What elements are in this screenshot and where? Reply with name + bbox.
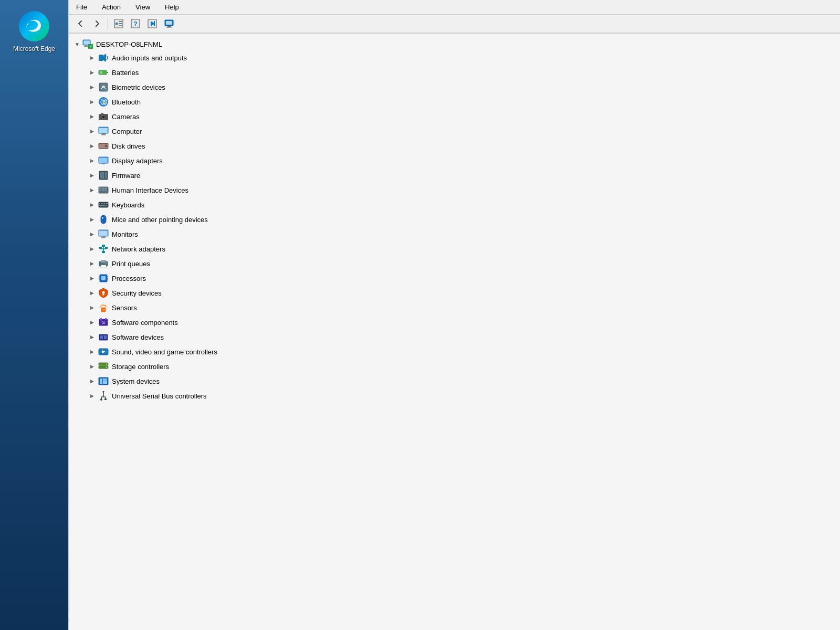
svg-point-104 (106, 363, 107, 364)
desktop-sidebar: Microsoft Edge (0, 0, 68, 630)
tree-item-arrow[interactable]: ▶ (88, 68, 96, 77)
tree-item-arrow[interactable]: ▶ (88, 127, 96, 135)
svg-rect-69 (101, 237, 106, 238)
tree-item[interactable]: ▶SSoftware components (69, 315, 840, 330)
svg-point-0 (19, 11, 49, 41)
properties-button[interactable] (111, 17, 126, 30)
tree-item-arrow[interactable]: ▶ (88, 186, 96, 194)
forward-button[interactable] (90, 17, 104, 30)
tree-item-arrow[interactable]: ▶ (88, 377, 96, 385)
svg-text:Ⓑ: Ⓑ (100, 98, 108, 106)
svg-text:?: ? (133, 20, 137, 28)
tree-item[interactable]: ▶Sound, video and game controllers (69, 344, 840, 359)
tree-item-arrow[interactable]: ▶ (88, 171, 96, 180)
svg-rect-50 (104, 187, 107, 189)
tree-item-icon (98, 288, 109, 298)
tree-item-arrow[interactable]: ▶ (88, 303, 96, 312)
tree-item-icon (98, 244, 109, 254)
tree-item-label: Keyboards (112, 201, 144, 209)
menu-action[interactable]: Action (99, 2, 124, 12)
tree-item[interactable]: ▶Display adapters (69, 153, 840, 168)
computer-view-button[interactable] (162, 17, 176, 30)
tree-item[interactable]: ▶System devices (69, 374, 840, 388)
tree-item[interactable]: ▶Computer (69, 124, 840, 139)
tree-item[interactable]: ▶Print queues (69, 256, 840, 271)
tree-items-container: ▶Audio inputs and outputs▶Batteries▶Biom… (69, 50, 840, 403)
svg-rect-98 (100, 335, 103, 339)
tree-item-arrow[interactable]: ▶ (88, 348, 96, 356)
tree-item-arrow[interactable]: ▶ (88, 142, 96, 150)
tree-item-label: Sensors (112, 304, 137, 312)
tree-item-arrow[interactable]: ▶ (88, 215, 96, 224)
tree-item[interactable]: ▶Processors (69, 271, 840, 286)
tree-item[interactable]: ▶ⒷBluetooth (69, 94, 840, 109)
svg-rect-35 (102, 133, 105, 134)
tree-item[interactable]: ▶Universal Serial Bus controllers (69, 388, 840, 403)
svg-rect-60 (99, 205, 101, 206)
tree-item[interactable]: ▶Keyboards (69, 197, 840, 212)
svg-rect-25 (100, 71, 102, 74)
tree-item-arrow[interactable]: ▶ (88, 230, 96, 238)
svg-rect-21 (99, 55, 103, 61)
tree-item-arrow[interactable]: ▶ (88, 318, 96, 327)
tree-item-label: Human Interface Devices (112, 186, 188, 194)
svg-rect-68 (102, 236, 104, 237)
svg-rect-55 (99, 203, 100, 204)
content-area[interactable]: ▼ ✓ DESKTOP-O8LFNML ▶Audio inputs and ou… (69, 34, 840, 630)
svg-point-39 (105, 145, 107, 147)
svg-rect-44 (100, 172, 102, 178)
tree-item[interactable]: ▶Firmware (69, 168, 840, 183)
svg-rect-59 (106, 203, 108, 204)
tree-item-arrow[interactable]: ▶ (88, 392, 96, 400)
tree-item[interactable]: ▶Monitors (69, 227, 840, 242)
tree-item-arrow[interactable]: ▶ (88, 245, 96, 253)
tree-item-arrow[interactable]: ▶ (88, 201, 96, 209)
svg-rect-83 (101, 276, 106, 280)
tree-item[interactable]: ▶Audio inputs and outputs (69, 50, 840, 65)
tree-item[interactable]: ▶Cameras (69, 109, 840, 124)
tree-item-arrow[interactable]: ▶ (88, 156, 96, 165)
svg-rect-57 (102, 203, 103, 204)
tree-item-label: Network adapters (112, 245, 165, 253)
tree-item-icon (98, 391, 109, 401)
edge-desktop-icon[interactable]: Microsoft Edge (13, 10, 55, 52)
tree-item-arrow[interactable]: ▶ (88, 259, 96, 268)
tree-item[interactable]: ▶Human Interface Devices (69, 183, 840, 197)
svg-point-31 (102, 116, 105, 119)
tree-item-label: Firmware (112, 172, 140, 180)
tree-item-label: Batteries (112, 69, 139, 77)
tree-item[interactable]: ▶Biometric devices (69, 80, 840, 94)
tree-item-arrow[interactable]: ▶ (88, 112, 96, 121)
svg-rect-95 (100, 318, 102, 320)
tree-item[interactable]: ▶Network adapters (69, 242, 840, 256)
tree-item-arrow[interactable]: ▶ (88, 274, 96, 282)
svg-rect-14 (166, 21, 172, 25)
tree-item-arrow[interactable]: ▶ (88, 83, 96, 91)
tree-item-arrow[interactable]: ▶ (88, 98, 96, 106)
tree-item[interactable]: ▶Mice and other pointing devices (69, 212, 840, 227)
help-button[interactable]: ? (128, 17, 143, 30)
tree-item[interactable]: ▶Disk drives (69, 139, 840, 153)
tree-item[interactable]: ▶Storage controllers (69, 359, 840, 374)
tree-item-arrow[interactable]: ▶ (88, 362, 96, 371)
menu-view[interactable]: View (132, 2, 153, 12)
back-button[interactable] (73, 17, 88, 30)
tree-item[interactable]: ▶Sensors (69, 300, 840, 315)
tree-item-arrow[interactable]: ▶ (88, 289, 96, 297)
tree-item-label: Universal Serial Bus controllers (112, 392, 207, 400)
tree-item-icon (98, 346, 109, 357)
menu-file[interactable]: File (73, 2, 90, 12)
menu-help[interactable]: Help (162, 2, 182, 12)
root-collapse-btn[interactable]: ▼ (73, 40, 81, 48)
svg-text:✓: ✓ (89, 45, 92, 48)
tree-item[interactable]: ▶Security devices (69, 286, 840, 300)
tree-item-label: Mice and other pointing devices (112, 216, 208, 224)
computer-view-icon (164, 19, 174, 28)
svg-rect-65 (102, 217, 103, 219)
tree-root-node[interactable]: ▼ ✓ DESKTOP-O8LFNML (69, 38, 840, 50)
tree-item-arrow[interactable]: ▶ (88, 54, 96, 62)
update-driver-button[interactable] (145, 17, 160, 30)
tree-item[interactable]: ▶Batteries (69, 65, 840, 80)
tree-item-arrow[interactable]: ▶ (88, 333, 96, 341)
tree-item[interactable]: ▶Software devices (69, 330, 840, 344)
